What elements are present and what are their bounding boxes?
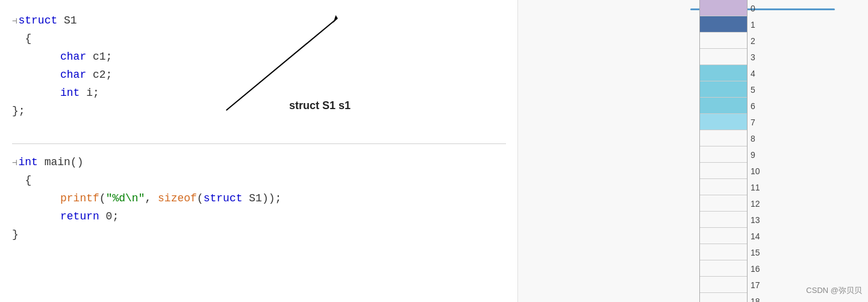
- memory-cell-3: [700, 49, 747, 65]
- memory-cell-2: [700, 33, 747, 49]
- memory-cell-6: [700, 98, 747, 114]
- return-line: return 0;: [12, 208, 517, 226]
- row-number-12: 12: [751, 195, 778, 212]
- numbers-column: 0123456789101112131415161718: [748, 0, 778, 302]
- row-number-5: 5: [751, 81, 778, 98]
- printf-comma: ,: [145, 190, 158, 207]
- sizeof-close: ));: [262, 190, 281, 207]
- kw-int-main: int: [18, 154, 37, 171]
- return-value: 0;: [99, 208, 119, 225]
- main-brace-close: }: [12, 226, 517, 244]
- memory-cell-4: [700, 65, 747, 81]
- struct-line1: ⊣ struct struct S1 S1: [12, 12, 517, 30]
- struct-brace-open: {: [12, 30, 517, 48]
- struct-field-i: int i;: [12, 84, 517, 102]
- memory-cell-0: [700, 0, 747, 16]
- struct-field-c2: char c2;: [12, 66, 517, 84]
- memory-cell-13: [700, 212, 747, 228]
- brace-close: };: [12, 102, 25, 120]
- memory-cell-16: [700, 260, 747, 277]
- struct-brace-close: };: [12, 102, 517, 121]
- kw-char-c2: char: [60, 66, 86, 84]
- row-number-1: 1: [751, 16, 778, 33]
- memory-cell-1: [700, 16, 747, 33]
- row-number-17: 17: [751, 277, 778, 293]
- kw-int: int: [60, 84, 80, 102]
- kw-return: return: [60, 208, 99, 225]
- memory-cell-17: [700, 277, 747, 293]
- memory-cell-11: [700, 179, 747, 195]
- printf-string: "%d\n": [106, 190, 145, 207]
- memory-panel: 0123456789101112131415161718 CSDN @弥贝贝: [518, 0, 868, 302]
- code-panel: ⊣ struct struct S1 S1 { char c1; char c2…: [0, 0, 518, 302]
- sizeof-func: sizeof: [158, 190, 197, 207]
- sizeof-arg: (: [197, 190, 204, 207]
- memory-cell-5: [700, 81, 747, 98]
- struct-field-c1: char c1;: [12, 48, 517, 66]
- main-container: ⊣ struct struct S1 S1 { char c1; char c2…: [0, 0, 868, 302]
- row-number-0: 0: [751, 0, 778, 16]
- brace-open: {: [12, 30, 31, 48]
- kw-char-c1: char: [60, 48, 86, 66]
- field-c2: c2;: [86, 66, 112, 84]
- row-number-7: 7: [751, 114, 778, 130]
- kw-struct: struct: [18, 12, 57, 30]
- main-brace: {: [12, 172, 31, 189]
- main-signature: main(): [38, 154, 84, 171]
- cells-column: [699, 0, 748, 302]
- row-number-11: 11: [751, 179, 778, 195]
- row-number-2: 2: [751, 33, 778, 49]
- struct-section: ⊣ struct struct S1 S1 { char c1; char c2…: [12, 12, 517, 121]
- memory-cell-8: [700, 130, 747, 146]
- memory-cell-14: [700, 228, 747, 244]
- arrow-label: struct S1 s1: [289, 99, 351, 112]
- row-number-18: 18: [751, 293, 778, 302]
- struct-indicator: ⊣: [12, 14, 17, 28]
- row-number-4: 4: [751, 65, 778, 81]
- row-number-10: 10: [751, 163, 778, 179]
- main-indicator: ⊣: [12, 156, 17, 169]
- field-c1: c1;: [86, 48, 112, 66]
- memory-cell-7: [700, 114, 747, 130]
- row-number-8: 8: [751, 130, 778, 146]
- main-line1: ⊣ int main(): [12, 154, 517, 172]
- main-brace-open: {: [12, 172, 517, 190]
- row-number-3: 3: [751, 49, 778, 65]
- row-number-15: 15: [751, 244, 778, 260]
- row-number-14: 14: [751, 228, 778, 244]
- field-i: i;: [80, 84, 99, 102]
- divider: [12, 143, 506, 144]
- kw-struct2: struct: [204, 190, 243, 207]
- sizeof-struct-name: S1: [242, 190, 261, 207]
- row-number-9: 9: [751, 146, 778, 163]
- row-number-16: 16: [751, 260, 778, 277]
- printf-func: printf: [60, 190, 99, 207]
- row-number-13: 13: [751, 212, 778, 228]
- printf-paren: (: [99, 190, 106, 207]
- memory-cell-10: [700, 163, 747, 179]
- row-number-6: 6: [751, 98, 778, 114]
- memory-cell-18: [700, 293, 747, 302]
- memory-cell-15: [700, 244, 747, 260]
- watermark: CSDN @弥贝贝: [806, 285, 862, 296]
- struct-name-display: S1: [64, 12, 77, 30]
- memory-cell-12: [700, 195, 747, 212]
- main-section: ⊣ int main() { printf ( "%d\n" , sizeof …: [12, 154, 517, 244]
- printf-line: printf ( "%d\n" , sizeof ( struct S1 ));: [12, 190, 517, 208]
- memory-grid: 0123456789101112131415161718: [699, 0, 808, 302]
- memory-cell-9: [700, 146, 747, 163]
- main-close-brace: }: [12, 226, 19, 244]
